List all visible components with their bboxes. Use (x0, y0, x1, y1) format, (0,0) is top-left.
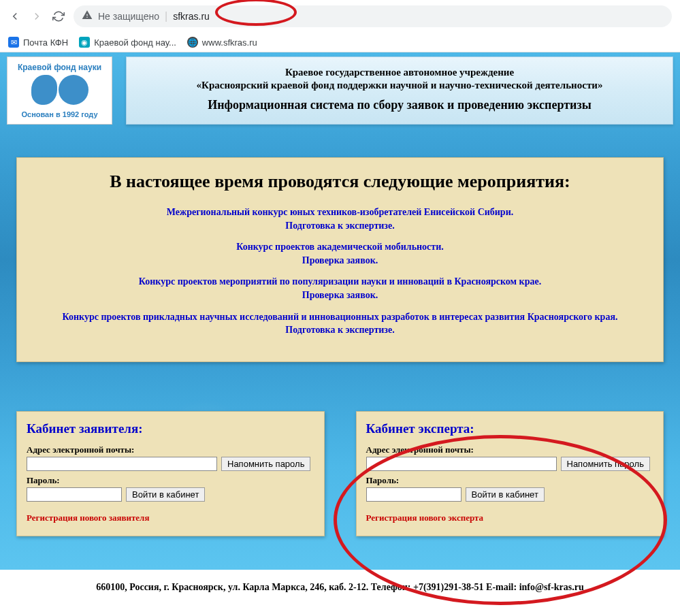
bookmark-label: Краевой фонд нау... (94, 37, 176, 48)
header-row: Краевой фонд науки Основан в 1992 году К… (0, 52, 680, 125)
address-separator: | (165, 10, 167, 22)
event-link[interactable]: Конкурс проектов академической мобильнос… (25, 240, 655, 254)
applicant-remind-button[interactable]: Напомнить пароль (221, 457, 310, 471)
events-title: В настоящее время проводятся следующие м… (25, 172, 655, 192)
applicant-register-link[interactable]: Регистрация нового заявителя (27, 513, 149, 523)
expert-email-input[interactable] (366, 457, 557, 471)
event-link[interactable]: Межрегиональный конкурс юных техников-из… (25, 206, 655, 219)
password-label: Пароль: (27, 475, 314, 486)
applicant-password-input[interactable] (27, 487, 122, 502)
bookmark-sfkras[interactable]: 🌐 www.sfkras.ru (187, 37, 257, 48)
applicant-enter-button[interactable]: Войти в кабинет (126, 487, 205, 502)
event-link[interactable]: Подготовка к экспертизе. (25, 323, 655, 337)
system-title: Информационная система по сбору заявок и… (140, 98, 659, 112)
annotation-circle-url (215, 0, 297, 26)
bookmark-mail[interactable]: ✉ Почта КФН (8, 37, 68, 48)
logo-top-text: Краевой фонд науки (18, 63, 101, 72)
applicant-title: Кабинет заявителя: (27, 421, 314, 436)
footer-text: 660100, Россия, г. Красноярск, ул. Карла… (96, 582, 584, 592)
email-label: Адрес электронной почты: (27, 444, 314, 455)
page-body: Краевой фонд науки Основан в 1992 году К… (0, 52, 680, 570)
event-link[interactable]: Конкурс проектов прикладных научных иссл… (25, 310, 655, 324)
bookmark-label: Почта КФН (23, 37, 68, 48)
expert-enter-button[interactable]: Войти в кабинет (466, 487, 545, 502)
email-label: Адрес электронной почты: (366, 444, 654, 455)
event-link[interactable]: Подготовка к экспертизе. (25, 219, 655, 233)
reload-button[interactable] (52, 10, 65, 23)
expert-title: Кабинет эксперта: (366, 421, 654, 436)
back-button[interactable] (8, 10, 22, 23)
expert-panel: Кабинет эксперта: Адрес электронной почт… (356, 411, 664, 536)
login-row: Кабинет заявителя: Адрес электронной поч… (16, 411, 664, 536)
applicant-panel: Кабинет заявителя: Адрес электронной поч… (16, 411, 325, 536)
expert-register-link[interactable]: Регистрация нового эксперта (366, 513, 484, 523)
bookmark-fund[interactable]: ◉ Краевой фонд нау... (79, 37, 176, 48)
footer: 660100, Россия, г. Красноярск, ул. Карла… (0, 570, 680, 605)
url-text: sfkras.ru (173, 11, 210, 22)
events-panel: В настоящее время проводятся следующие м… (16, 157, 664, 362)
org-line1: Краевое государственное автономное учреж… (140, 67, 659, 78)
expert-password-input[interactable] (366, 487, 462, 502)
fund-icon: ◉ (79, 37, 90, 48)
mail-icon: ✉ (8, 37, 19, 48)
browser-toolbar: Не защищено | sfkras.ru (0, 0, 680, 33)
bookmark-label: www.sfkras.ru (202, 37, 257, 48)
logo-bottom-text: Основан в 1992 году (21, 110, 97, 118)
insecure-icon (82, 10, 93, 23)
header-banner: Краевое государственное автономное учреж… (126, 56, 673, 125)
logo-graphic (31, 75, 88, 105)
globe-icon: 🌐 (187, 37, 198, 48)
address-bar[interactable]: Не защищено | sfkras.ru (74, 5, 672, 27)
logo: Краевой фонд науки Основан в 1992 году (7, 56, 112, 125)
applicant-email-input[interactable] (27, 457, 217, 471)
password-label: Пароль: (366, 475, 654, 486)
org-line2: «Красноярский краевой фонд поддержки нау… (140, 80, 659, 91)
event-link[interactable]: Проверка заявок. (25, 289, 655, 302)
event-link[interactable]: Проверка заявок. (25, 254, 655, 268)
forward-button[interactable] (30, 10, 44, 23)
bookmark-bar: ✉ Почта КФН ◉ Краевой фонд нау... 🌐 www.… (0, 33, 680, 52)
expert-remind-button[interactable]: Напомнить пароль (561, 457, 650, 471)
event-link[interactable]: Конкурс проектов мероприятий по популяри… (25, 275, 655, 289)
insecure-label: Не защищено (98, 11, 159, 22)
